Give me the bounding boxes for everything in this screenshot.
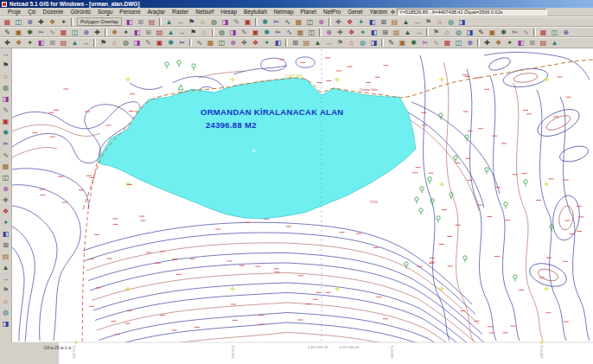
toolbar-icon[interactable]: ⊞ <box>526 38 538 48</box>
toolbar-icon[interactable]: ⊕ <box>0 183 11 195</box>
toolbar-icon[interactable]: ▣ <box>0 116 11 127</box>
toolbar-icon[interactable]: ✱ <box>259 17 271 27</box>
toolbar-icon[interactable]: ▤ <box>154 28 165 37</box>
toolbar-icon[interactable]: ◨ <box>0 318 11 329</box>
toolbar-icon[interactable]: ⊞ <box>135 17 146 27</box>
toolbar-icon[interactable]: ✱ <box>0 127 11 138</box>
menu-item-13[interactable]: Planet <box>297 9 320 15</box>
toolbar-icon[interactable]: ✦ <box>120 28 131 37</box>
toolbar-icon[interactable]: ✦ <box>261 38 272 48</box>
menu-item-2[interactable]: Çiz <box>24 9 39 15</box>
toolbar-icon[interactable]: ❖ <box>13 38 24 48</box>
title-bar[interactable]: Netcad 5.1 GIS for Windows - [orman_alan… <box>0 0 593 8</box>
toolbar-icon[interactable]: ✚ <box>0 195 11 206</box>
toolbar-icon[interactable]: ∿ <box>47 28 58 37</box>
toolbar-icon[interactable]: ▲ <box>0 262 11 273</box>
menu-item-8[interactable]: Raster <box>169 9 192 15</box>
toolbar-icon[interactable]: ✱ <box>408 38 419 48</box>
toolbar-icon[interactable]: ∿ <box>194 38 205 48</box>
toolbar-icon[interactable]: ❖ <box>47 17 58 27</box>
toolbar-icon[interactable]: ◧ <box>368 28 379 37</box>
toolbar-icon[interactable]: ▲ <box>400 17 411 27</box>
toolbar-icon[interactable]: ✂ <box>176 38 188 48</box>
toolbar-icon[interactable]: ✎ <box>239 28 250 37</box>
toolbar-icon[interactable]: ↔ <box>0 48 11 60</box>
toolbar-icon[interactable]: ❖ <box>344 17 355 27</box>
toolbar-icon[interactable]: ✚ <box>481 38 493 48</box>
toolbar-icon[interactable]: ∿ <box>284 28 295 37</box>
toolbar-icon[interactable]: ⊞ <box>378 17 389 27</box>
toolbar-icon[interactable]: ▣ <box>250 28 261 37</box>
menu-item-9[interactable]: Netsurf <box>192 9 217 15</box>
toolbar-icon[interactable]: ◨ <box>456 17 468 27</box>
toolbar-icon[interactable]: ⊕ <box>560 28 571 37</box>
toolbar-icon[interactable]: ⌂ <box>346 38 357 48</box>
toolbar-icon[interactable]: ❖ <box>346 28 357 37</box>
toolbar-icon[interactable]: ◧ <box>367 17 378 27</box>
toolbar-icon[interactable]: ◨ <box>464 28 475 37</box>
toolbar-icon[interactable]: ◧ <box>124 17 135 27</box>
toolbar-icon[interactable]: ∿ <box>0 150 11 161</box>
toolbar-icon[interactable]: ▲ <box>402 28 413 37</box>
toolbar-icon[interactable]: ⊞ <box>290 38 301 48</box>
toolbar-icon[interactable]: ⊕ <box>464 38 475 48</box>
toolbar-icon[interactable]: ✱ <box>261 28 272 37</box>
toolbar-icon[interactable]: ⚑ <box>430 28 442 37</box>
menu-item-7[interactable]: Araçlar <box>144 9 169 15</box>
toolbar-icon[interactable]: ✂ <box>272 28 284 37</box>
toolbar-icon[interactable]: ∿ <box>282 17 293 27</box>
toolbar-icon[interactable]: ◍ <box>120 38 131 48</box>
toolbar-icon[interactable]: ▣ <box>13 28 24 37</box>
toolbar-icon[interactable]: ⌂ <box>197 17 208 27</box>
toolbar-icon[interactable]: ▤ <box>391 28 402 37</box>
toolbar-icon[interactable]: ⌂ <box>0 71 11 82</box>
toolbar-icon[interactable]: ◨ <box>131 38 143 48</box>
toolbar-icon[interactable]: ▤ <box>146 17 157 27</box>
toolbar-icon[interactable]: ✎ <box>231 17 242 27</box>
menu-item-5[interactable]: Sorgu <box>94 9 116 15</box>
toolbar-icon[interactable]: ✂ <box>419 38 430 48</box>
toolbar-icon[interactable]: ⌂ <box>0 296 11 307</box>
polygon-overlay-button[interactable]: Polygon Overlay <box>77 17 122 26</box>
toolbar-icon[interactable]: ✎ <box>386 38 397 48</box>
toolbar-icon[interactable]: ◍ <box>0 307 11 318</box>
toolbar-icon[interactable]: ✎ <box>0 105 11 116</box>
toolbar-icon[interactable]: ⌂ <box>199 28 210 37</box>
toolbar-icon[interactable]: ▣ <box>154 38 165 48</box>
menu-item-3[interactable]: Düzenle <box>40 9 67 15</box>
toolbar-icon[interactable]: ✚ <box>2 38 13 48</box>
toolbar-icon[interactable]: ◫ <box>304 17 316 27</box>
toolbar-icon[interactable]: ❖ <box>0 206 11 217</box>
toolbar-icon[interactable]: ∿ <box>520 28 532 37</box>
toolbar-icon[interactable]: ✦ <box>58 17 69 27</box>
toolbar-icon[interactable]: ⊕ <box>316 17 327 27</box>
toolbar-icon[interactable]: ◨ <box>220 17 231 27</box>
toolbar-icon[interactable]: ▤ <box>58 38 69 48</box>
toolbar-icon[interactable]: ▦ <box>2 17 13 27</box>
toolbar-icon[interactable]: ◧ <box>35 38 47 48</box>
toolbar-icon[interactable]: ◫ <box>453 38 464 48</box>
toolbar-icon[interactable]: ✦ <box>357 28 368 37</box>
menu-item-4[interactable]: Görüntü <box>67 9 94 15</box>
toolbar-icon[interactable]: ◫ <box>549 28 560 37</box>
toolbar-icon[interactable]: ▤ <box>0 251 11 262</box>
toolbar-icon[interactable]: ⚑ <box>0 60 11 71</box>
toolbar-icon[interactable]: ◧ <box>272 38 284 48</box>
toolbar-icon[interactable]: ⊞ <box>0 239 11 251</box>
toolbar-icon[interactable]: ◍ <box>208 17 220 27</box>
toolbar-icon[interactable]: ◍ <box>453 28 464 37</box>
toolbar-icon[interactable]: ◫ <box>306 28 317 37</box>
toolbar-icon[interactable]: ◫ <box>69 28 80 37</box>
toolbar-icon[interactable]: ▦ <box>58 28 69 37</box>
toolbar-icon[interactable]: ✎ <box>143 38 154 48</box>
toolbar-icon[interactable]: ❖ <box>493 38 504 48</box>
toolbar-icon[interactable]: ⌂ <box>442 28 453 37</box>
toolbar-icon[interactable]: ▦ <box>442 38 453 48</box>
toolbar-icon[interactable]: ✚ <box>35 17 47 27</box>
menu-item-12[interactable]: Netmap <box>271 9 297 15</box>
toolbar-icon[interactable]: ◍ <box>216 28 227 37</box>
toolbar-icon[interactable]: ⌂ <box>434 17 445 27</box>
toolbar-icon[interactable]: ▲ <box>312 38 323 48</box>
toolbar-icon[interactable]: ◧ <box>131 28 143 37</box>
toolbar-icon[interactable]: ◍ <box>445 17 456 27</box>
